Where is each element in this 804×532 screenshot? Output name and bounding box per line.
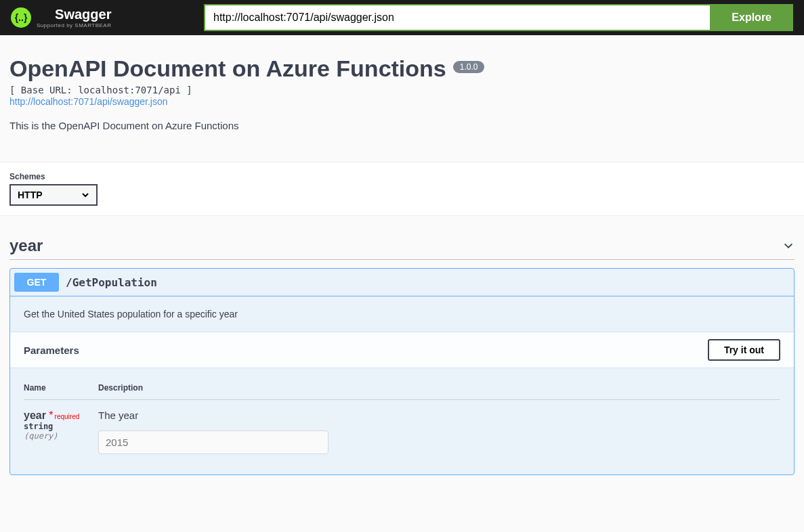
required-text: required	[55, 413, 80, 420]
api-description: This is the OpenAPI Document on Azure Fu…	[9, 120, 795, 131]
parameters-table-head: Name Description	[24, 376, 780, 400]
parameters-title: Parameters	[24, 345, 79, 356]
swagger-logo[interactable]: {..} Swagger Supported by SMARTBEAR	[11, 7, 111, 28]
try-it-out-button[interactable]: Try it out	[708, 339, 780, 361]
param-input-year[interactable]	[98, 430, 329, 454]
schemes-label: Schemes	[9, 172, 795, 181]
logo-text: Swagger	[55, 7, 111, 22]
table-row: year *required string (query) The year	[24, 400, 780, 454]
http-method-badge: GET	[14, 273, 59, 292]
tag-header[interactable]: year	[9, 236, 795, 260]
api-url-input[interactable]	[204, 4, 710, 31]
explore-button[interactable]: Explore	[710, 4, 793, 31]
param-description: The year	[98, 409, 780, 421]
swagger-json-link[interactable]: http://localhost:7071/api/swagger.json	[9, 96, 168, 107]
schemes-select[interactable]: HTTP	[9, 184, 98, 206]
topbar: {..} Swagger Supported by SMARTBEAR Expl…	[0, 0, 804, 35]
swagger-icon: {..}	[11, 7, 31, 28]
parameters-header: Parameters Try it out	[10, 332, 794, 368]
required-star: *	[46, 409, 54, 421]
operation-description: Get the United States population for a s…	[10, 296, 794, 332]
chevron-down-icon	[782, 240, 795, 252]
tag-section: year GET /GetPopulation Get the United S…	[9, 236, 795, 475]
schemes-section: Schemes HTTP	[0, 162, 804, 216]
parameters-table: Name Description year *required string (…	[10, 368, 794, 474]
tag-name: year	[9, 236, 43, 255]
param-type: string	[24, 422, 98, 431]
operation-body: Get the United States population for a s…	[10, 296, 794, 474]
base-url: [ Base URL: localhost:7071/api ]	[9, 85, 795, 95]
api-info: OpenAPI Document on Azure Functions 1.0.…	[0, 35, 804, 145]
version-badge: 1.0.0	[453, 61, 485, 73]
api-title: OpenAPI Document on Azure Functions	[9, 56, 446, 82]
column-description-header: Description	[98, 383, 780, 393]
param-in: (query)	[24, 431, 98, 441]
logo-subtext: Supported by SMARTBEAR	[37, 22, 111, 28]
operation-path: /GetPopulation	[66, 276, 157, 289]
operation-summary[interactable]: GET /GetPopulation	[10, 269, 794, 296]
url-form: Explore	[204, 4, 793, 31]
operation-block: GET /GetPopulation Get the United States…	[9, 268, 795, 475]
column-name-header: Name	[24, 383, 98, 393]
param-name: year	[24, 409, 46, 421]
